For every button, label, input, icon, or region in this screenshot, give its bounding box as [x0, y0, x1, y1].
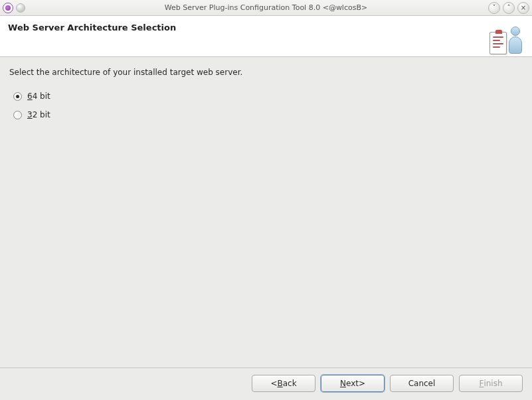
- radio-label: 64 bit: [27, 92, 50, 101]
- titlebar-left: [3, 3, 25, 13]
- page-title: Web Server Architecture Selection: [8, 23, 488, 33]
- app-icon: [3, 3, 13, 13]
- next-button[interactable]: Next >: [321, 375, 385, 392]
- dialog-content: Web Server Architecture Selection Select…: [0, 16, 532, 400]
- chevron-down-icon: ˅: [493, 4, 496, 11]
- architecture-radio-group: 64 bit 32 bit: [9, 92, 523, 119]
- wizard-body: Select the architecture of your installe…: [0, 57, 532, 367]
- back-button[interactable]: < Back: [252, 375, 315, 392]
- close-button[interactable]: ×: [517, 2, 529, 14]
- window-title: Web Server Plug-ins Configuration Tool 8…: [0, 3, 532, 12]
- wizard-footer: < Back Next > Cancel Finish: [0, 367, 532, 400]
- radio-label: 32 bit: [27, 110, 50, 119]
- clipboard-icon: [489, 32, 507, 54]
- window-titlebar: Web Server Plug-ins Configuration Tool 8…: [0, 0, 532, 16]
- instruction-text: Select the architecture of your installe…: [9, 68, 523, 77]
- cancel-button[interactable]: Cancel: [390, 375, 454, 392]
- radio-indicator: [13, 111, 22, 119]
- radio-option-64bit[interactable]: 64 bit: [13, 92, 523, 101]
- wizard-banner-icon: [488, 23, 524, 54]
- wizard-header: Web Server Architecture Selection: [0, 16, 532, 57]
- titlebar-right: ˅ ˄ ×: [488, 2, 529, 14]
- menu-dot-icon[interactable]: [16, 3, 25, 13]
- minimize-button[interactable]: ˅: [488, 2, 500, 14]
- finish-button: Finish: [459, 375, 523, 392]
- maximize-button[interactable]: ˄: [503, 2, 515, 14]
- radio-option-32bit[interactable]: 32 bit: [13, 110, 523, 119]
- person-icon: [508, 27, 523, 54]
- radio-indicator: [13, 92, 22, 101]
- chevron-up-icon: ˄: [507, 4, 511, 11]
- close-icon: ×: [521, 4, 526, 11]
